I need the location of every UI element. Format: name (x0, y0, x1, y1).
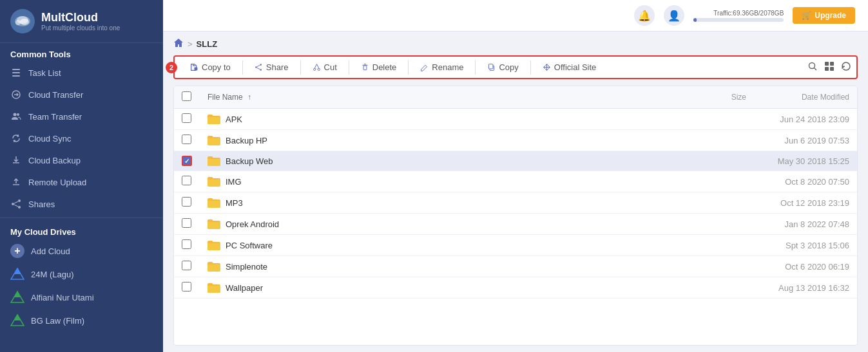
sidebar-item-team-transfer[interactable]: Team Transfer (0, 106, 163, 127)
remote-upload-label: Remote Upload (28, 178, 86, 187)
table-row: Simplenote Oct 6 2020 06:19 (174, 256, 857, 277)
file-name-with-icon: PC Software (207, 240, 682, 250)
row-date-cell: Jan 8 2022 07:48 (754, 214, 857, 235)
row-size-cell (690, 192, 754, 214)
row-size-cell (690, 277, 754, 299)
search-icon-button[interactable] (807, 61, 818, 74)
row-checkbox[interactable] (182, 134, 191, 144)
sidebar-item-shares[interactable]: Shares (0, 193, 163, 215)
table-row: MP3 Oct 12 2018 23:19 (174, 192, 857, 214)
row-filename-cell[interactable]: Wallpaper (200, 277, 690, 299)
files-table: File Name ↑ Size Date Modified APK Jun 2… (174, 86, 857, 299)
filename-text: MP3 (226, 198, 243, 208)
sidebar-item-cloud-backup[interactable]: Cloud Backup (0, 149, 163, 171)
filename-text: Oprek Android (226, 219, 279, 229)
row-filename-cell[interactable]: MP3 (200, 192, 690, 214)
svg-rect-41 (825, 62, 829, 66)
file-name-with-icon: Oprek Android (207, 219, 682, 229)
add-cloud-label: Add Cloud (31, 246, 70, 256)
row-size-cell (690, 151, 754, 171)
file-name-with-icon: APK (207, 114, 682, 124)
sidebar-item-bg-law-film[interactable]: BG Law (Film) (0, 309, 163, 332)
row-size-cell (690, 235, 754, 256)
folder-icon (207, 135, 220, 145)
row-checkbox[interactable] (182, 218, 191, 228)
checked-checkbox[interactable] (182, 156, 192, 166)
svg-line-31 (316, 64, 318, 69)
table-row: Oprek Android Jan 8 2022 07:48 (174, 214, 857, 235)
breadcrumb-home[interactable] (173, 38, 184, 50)
share-label: Share (266, 62, 289, 72)
svg-rect-7 (12, 75, 20, 77)
folder-icon (207, 114, 220, 124)
sidebar-item-24m-lagu[interactable]: 24M (Lagu) (0, 263, 163, 286)
sidebar-item-cloud-transfer[interactable]: Cloud Transfer (0, 84, 163, 106)
delete-button[interactable]: Delete (351, 59, 407, 75)
folder-icon (207, 176, 220, 187)
row-checkbox[interactable] (182, 176, 191, 185)
row-filename-cell[interactable]: PC Software (200, 235, 690, 256)
row-checkbox-cell (174, 151, 200, 171)
table-row: PC Software Spt 3 2018 15:06 (174, 235, 857, 256)
row-filename-cell[interactable]: APK (200, 109, 690, 130)
sidebar-item-remote-upload[interactable]: Remote Upload (0, 171, 163, 193)
row-checkbox[interactable] (182, 197, 191, 207)
upload-icon (10, 176, 22, 188)
svg-point-3 (20, 19, 29, 25)
official-site-button[interactable]: Official Site (532, 59, 607, 75)
row-checkbox[interactable] (182, 282, 191, 292)
sidebar-item-alfiani-nur-utami[interactable]: Alfiani Nur Utami (0, 286, 163, 309)
row-date-cell: Oct 6 2020 06:19 (754, 256, 857, 277)
row-filename-cell[interactable]: Simplenote (200, 256, 690, 277)
main-content: 🔔 👤 Traffic:69.36GB/2078GB 🛒 Upgrade > S… (163, 0, 868, 352)
rename-label: Rename (432, 62, 463, 72)
row-size-cell (690, 214, 754, 235)
toolbar-sep-4 (408, 60, 409, 75)
breadcrumb-current: SLLZ (197, 39, 218, 49)
file-name-with-icon: Backup HP (207, 135, 682, 145)
svg-point-39 (809, 62, 815, 68)
row-filename-cell[interactable]: Oprek Android (200, 214, 690, 235)
grid-view-icon-button[interactable] (824, 61, 834, 74)
svg-point-10 (17, 113, 19, 116)
select-all-checkbox[interactable] (182, 91, 191, 101)
refresh-icon-button[interactable] (841, 61, 851, 74)
row-checkbox[interactable] (182, 113, 191, 123)
traffic-label: Traffic:69.36GB/2078GB (713, 10, 784, 17)
row-filename-cell[interactable]: IMG (200, 171, 690, 192)
copy-to-button[interactable]: Copy to (180, 59, 241, 75)
svg-rect-42 (830, 62, 834, 66)
row-date-cell: Aug 13 2019 16:32 (754, 277, 857, 299)
file-manager: > SLLZ 2 Copy to Share Cut Delete (163, 32, 868, 352)
copy-to-label: Copy to (202, 62, 231, 72)
share-button[interactable]: Share (244, 59, 299, 75)
sidebar-item-add-cloud[interactable]: + Add Cloud (0, 239, 163, 263)
row-checkbox[interactable] (182, 239, 191, 249)
file-name-with-icon: Wallpaper (207, 283, 682, 293)
col-header-check (174, 86, 200, 109)
sort-icon[interactable]: ↑ (247, 93, 251, 102)
svg-point-13 (18, 206, 21, 208)
upgrade-button[interactable]: 🛒 Upgrade (793, 7, 855, 24)
folder-icon (207, 283, 220, 293)
traffic-info: Traffic:69.36GB/2078GB (693, 10, 784, 22)
col-header-size: Size (690, 86, 754, 109)
sidebar-item-cloud-sync[interactable]: Cloud Sync (0, 127, 163, 149)
svg-line-14 (14, 201, 18, 203)
notification-bell-button[interactable]: 🔔 (634, 5, 655, 26)
rename-button[interactable]: Rename (410, 59, 474, 75)
traffic-progress-bar (693, 18, 784, 22)
sidebar-item-task-list[interactable]: Task List (0, 62, 163, 84)
breadcrumb: > SLLZ (173, 38, 858, 50)
row-checkbox[interactable] (182, 261, 191, 270)
row-date-cell: Oct 12 2018 23:19 (754, 192, 857, 214)
svg-point-29 (318, 68, 320, 70)
user-avatar-button[interactable]: 👤 (664, 5, 684, 26)
filename-text: IMG (226, 177, 242, 187)
app-tagline: Put multiple clouds into one (41, 24, 120, 32)
copy-button[interactable]: Copy (477, 59, 528, 75)
cut-button[interactable]: Cut (302, 59, 347, 75)
svg-point-11 (18, 199, 21, 202)
row-filename-cell[interactable]: Backup HP (200, 130, 690, 151)
row-filename-cell[interactable]: Backup Web (200, 151, 690, 171)
